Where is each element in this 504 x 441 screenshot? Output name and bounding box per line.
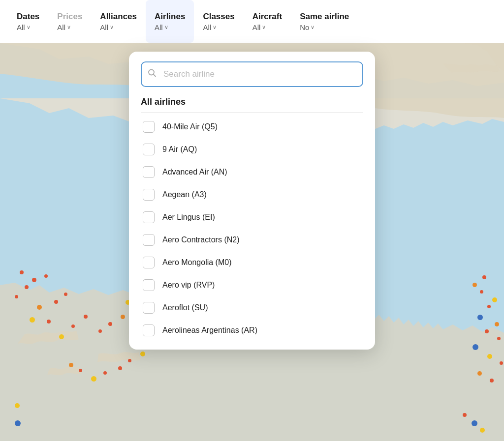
- map-dot: [30, 317, 35, 323]
- filter-aircraft[interactable]: Aircraft All ∨: [244, 0, 291, 43]
- airline-name: Advanced Air (AN): [162, 168, 227, 176]
- map-dot: [37, 305, 42, 310]
- map-dot: [59, 334, 64, 339]
- airline-name: Aero Contractors (N2): [162, 235, 240, 244]
- map-dot: [472, 283, 477, 287]
- map-dot: [54, 300, 58, 304]
- airline-checkbox[interactable]: [143, 121, 155, 133]
- map-dot: [463, 413, 467, 417]
- filter-prices-value: All ∨: [57, 23, 82, 31]
- map-dot: [472, 420, 477, 426]
- airline-list-item[interactable]: 9 Air (AQ): [141, 138, 363, 161]
- filter-airlines[interactable]: Airlines All ∨: [146, 0, 194, 43]
- map-dot: [497, 337, 501, 340]
- filter-prices-label: Prices: [57, 11, 82, 22]
- map-dot: [15, 420, 21, 426]
- map-dot: [480, 290, 483, 294]
- filter-aircraft-value: All ∨: [252, 23, 282, 31]
- filter-dates-value: All ∨: [17, 23, 39, 31]
- airline-name: Aer Lingus (EI): [162, 213, 215, 222]
- map-dot: [140, 352, 145, 356]
- map-dot: [20, 270, 24, 274]
- filter-same-airline-value: No ∨: [300, 23, 349, 31]
- map-dot: [480, 428, 485, 433]
- map-dot: [98, 329, 102, 333]
- airline-list-item[interactable]: 40-Mile Air (Q5): [141, 116, 363, 138]
- map-dot: [84, 315, 88, 319]
- airline-list-item[interactable]: Aero vip (RVP): [141, 274, 363, 296]
- filter-aircraft-label: Aircraft: [252, 11, 282, 22]
- airline-checkbox[interactable]: [143, 144, 155, 155]
- map-dot: [25, 285, 29, 289]
- filter-alliances[interactable]: Alliances All ∨: [91, 0, 146, 43]
- airline-checkbox[interactable]: [143, 189, 155, 201]
- airline-list-item[interactable]: Aero Mongolia (M0): [141, 251, 363, 274]
- chevron-down-icon: ∨: [67, 24, 71, 30]
- filter-dates[interactable]: Dates All ∨: [8, 0, 48, 43]
- all-airlines-title: All airlines: [141, 97, 363, 107]
- airline-list-item[interactable]: Aerolineas Argentinas (AR): [141, 319, 363, 342]
- map-dot: [118, 366, 122, 370]
- map-dot: [495, 322, 499, 326]
- search-box-wrapper: [141, 61, 363, 87]
- map-dot: [103, 371, 107, 375]
- airline-list-item[interactable]: Aeroflot (SU): [141, 296, 363, 319]
- chevron-down-icon: ∨: [110, 24, 114, 30]
- map-dot: [79, 369, 82, 372]
- map-dot: [121, 315, 125, 319]
- airline-list: 40-Mile Air (Q5) 9 Air (AQ) Advanced Air…: [141, 116, 363, 342]
- filter-alliances-label: Alliances: [100, 11, 137, 22]
- airline-name: Aero vip (RVP): [162, 281, 215, 290]
- map-dot: [71, 324, 75, 328]
- chevron-down-icon: ∨: [213, 24, 217, 30]
- map-dot: [64, 293, 67, 296]
- map-dot: [490, 379, 494, 382]
- airline-list-item[interactable]: Aegean (A3): [141, 183, 363, 206]
- filter-classes-label: Classes: [203, 11, 234, 22]
- airline-name: Aero Mongolia (M0): [162, 258, 232, 267]
- filter-airlines-value: All ∨: [155, 23, 185, 31]
- map-dot: [487, 354, 492, 359]
- section-divider: [141, 112, 363, 113]
- airline-checkbox[interactable]: [143, 302, 155, 314]
- airline-name: 9 Air (AQ): [162, 145, 197, 154]
- map-dot: [482, 275, 486, 279]
- airline-name: 40-Mile Air (Q5): [162, 122, 218, 131]
- filter-airlines-label: Airlines: [155, 11, 185, 22]
- map-dot: [15, 295, 18, 298]
- airline-checkbox[interactable]: [143, 166, 155, 178]
- airline-list-item[interactable]: Aero Contractors (N2): [141, 229, 363, 251]
- map-dot: [500, 361, 503, 365]
- filter-classes[interactable]: Classes All ∨: [194, 0, 243, 43]
- airline-checkbox[interactable]: [143, 324, 155, 336]
- filter-same-airline[interactable]: Same airline No ∨: [291, 0, 358, 43]
- airline-checkbox[interactable]: [143, 279, 155, 291]
- filter-classes-value: All ∨: [203, 23, 234, 31]
- airlines-dropdown: All airlines 40-Mile Air (Q5) 9 Air (AQ)…: [129, 52, 375, 350]
- airline-checkbox[interactable]: [143, 211, 155, 223]
- map-dot: [91, 376, 96, 382]
- airline-checkbox[interactable]: [143, 257, 155, 268]
- chevron-down-icon: ∨: [164, 24, 168, 30]
- search-input[interactable]: [141, 61, 363, 87]
- map-dot: [15, 403, 20, 408]
- filter-same-airline-label: Same airline: [300, 11, 349, 22]
- map-dot: [32, 278, 36, 282]
- map-dot: [477, 315, 483, 320]
- airline-name: Aeroflot (SU): [162, 303, 208, 312]
- map-dot: [44, 274, 48, 278]
- filter-dates-label: Dates: [17, 11, 39, 22]
- toolbar: Dates All ∨ Prices All ∨ Alliances All ∨…: [0, 0, 504, 43]
- map-dot: [108, 322, 112, 326]
- map-dot: [472, 344, 478, 350]
- map-dot: [128, 359, 131, 362]
- chevron-down-icon: ∨: [27, 24, 31, 30]
- map-dot: [485, 329, 489, 333]
- airline-list-item[interactable]: Advanced Air (AN): [141, 161, 363, 183]
- filter-prices[interactable]: Prices All ∨: [48, 0, 91, 43]
- airline-checkbox[interactable]: [143, 234, 155, 246]
- airline-name: Aegean (A3): [162, 190, 207, 199]
- airline-list-item[interactable]: Aer Lingus (EI): [141, 206, 363, 229]
- chevron-down-icon: ∨: [262, 24, 266, 30]
- chevron-down-icon: ∨: [311, 24, 315, 30]
